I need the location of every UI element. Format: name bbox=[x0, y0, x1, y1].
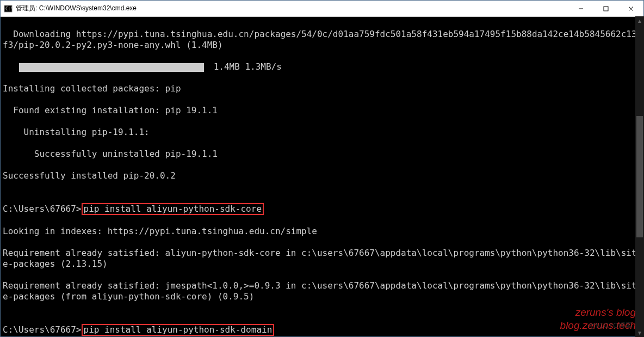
progress-bar-icon bbox=[19, 63, 204, 72]
output-line: Looking in indexes: https://pypi.tuna.ts… bbox=[3, 226, 641, 237]
svg-text:C:\: C:\ bbox=[5, 7, 13, 11]
prompt-line: C:\Users\67667>pip install aliyun-python… bbox=[3, 203, 641, 215]
terminal-output[interactable]: Downloading https://pypi.tuna.tsinghua.e… bbox=[1, 17, 643, 336]
vertical-scrollbar[interactable]: ▲ ▼ bbox=[635, 16, 644, 337]
scroll-down-arrow-icon[interactable]: ▼ bbox=[635, 328, 644, 337]
progress-text: 1.4MB 1.3MB/s bbox=[208, 62, 282, 72]
prompt-line: C:\Users\67667>pip install aliyun-python… bbox=[3, 324, 641, 336]
window-buttons bbox=[568, 1, 643, 16]
cmd-window: C:\ 管理员: C:\WINDOWS\system32\cmd.exe Dow… bbox=[0, 0, 644, 337]
scrollbar-thumb[interactable] bbox=[636, 116, 643, 237]
close-button[interactable] bbox=[618, 1, 643, 16]
window-title: 管理员: C:\WINDOWS\system32\cmd.exe bbox=[16, 4, 568, 13]
svg-rect-3 bbox=[604, 7, 608, 11]
prompt-path: C:\Users\67667> bbox=[3, 204, 82, 214]
output-line: Uninstalling pip-19.1.1: bbox=[3, 127, 641, 138]
scrollbar-track[interactable] bbox=[635, 25, 644, 328]
cmd-icon: C:\ bbox=[4, 4, 13, 13]
output-line: 1.4MB 1.3MB/s bbox=[3, 62, 641, 72]
watermark-corner: @51CTO博客 bbox=[589, 320, 633, 331]
output-line: Requirement already satisfied: jmespath<… bbox=[3, 280, 641, 302]
output-line: Successfully uninstalled pip-19.1.1 bbox=[3, 149, 641, 160]
highlighted-command: pip install aliyun-python-sdk-domain bbox=[82, 324, 275, 336]
prompt-path: C:\Users\67667> bbox=[3, 324, 82, 335]
output-line: Requirement already satisfied: aliyun-py… bbox=[3, 248, 641, 269]
output-line: Downloading https://pypi.tuna.tsinghua.e… bbox=[3, 29, 641, 51]
titlebar[interactable]: C:\ 管理员: C:\WINDOWS\system32\cmd.exe bbox=[1, 1, 643, 17]
watermark-text: zeruns's blog bbox=[575, 307, 636, 318]
output-line: Successfully installed pip-20.0.2 bbox=[3, 170, 641, 181]
highlighted-command: pip install aliyun-python-sdk-core bbox=[82, 203, 264, 215]
output-line: Installing collected packages: pip bbox=[3, 83, 641, 94]
minimize-button[interactable] bbox=[568, 1, 593, 16]
output-line: Found existing installation: pip 19.1.1 bbox=[3, 105, 641, 116]
maximize-button[interactable] bbox=[593, 1, 618, 16]
scroll-up-arrow-icon[interactable]: ▲ bbox=[635, 16, 644, 25]
